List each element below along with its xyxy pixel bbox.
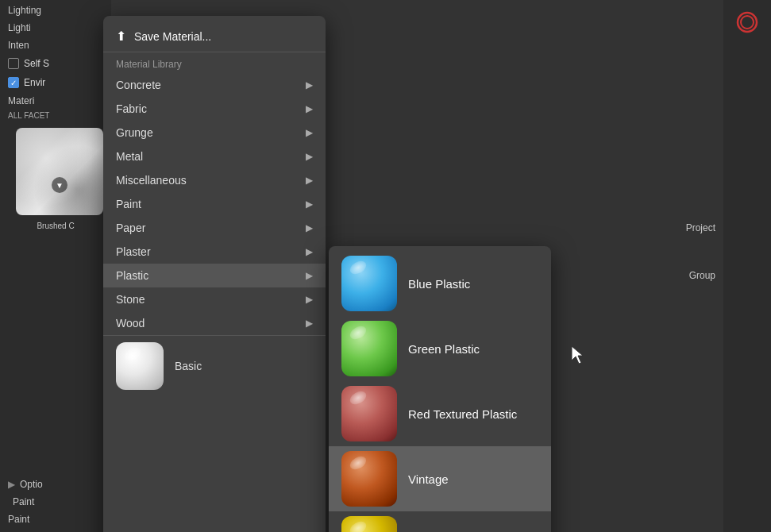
submenu-arrow-icon: ▶ (306, 79, 313, 91)
menu-item-metal[interactable]: Metal▶ (103, 145, 326, 168)
intensity-label: Inten (8, 40, 29, 51)
search-icon[interactable] (733, 8, 761, 37)
paint-row[interactable]: Paint (0, 493, 111, 511)
menu-item-fabric[interactable]: Fabric▶ (103, 97, 326, 121)
material-thumbnail[interactable]: ▼ (16, 128, 103, 215)
right-sidebar (723, 0, 771, 532)
menu-item-label: Wood (116, 317, 145, 330)
menu-item-paint[interactable]: Paint▶ (103, 192, 326, 216)
brushed-label: Brushed C (8, 222, 103, 230)
submenu-item-blue-plastic[interactable]: Blue Plastic (329, 251, 551, 316)
save-icon: ⬆ (116, 29, 126, 44)
menu-item-grunge[interactable]: Grunge▶ (103, 121, 326, 145)
options-label: Optio (20, 479, 43, 490)
menu-item-label: Plastic (116, 269, 148, 282)
environment-checkbox[interactable] (8, 77, 19, 88)
submenu-arrow-icon: ▶ (306, 103, 313, 114)
save-material-label: Save Material... (134, 30, 211, 43)
material-ball-orange (341, 451, 397, 507)
bottom-panel: ▶ Optio Paint Paint (0, 472, 111, 532)
context-menu-container: ⬆ Save Material... Material Library Conc… (103, 16, 551, 532)
menu-item-label: Stone (116, 293, 145, 306)
basic-item[interactable]: Basic (103, 335, 326, 396)
left-sidebar: Lighting Lighti Inten Self S Envir Mater… (0, 0, 111, 532)
submenu-arrow-icon: ▶ (306, 151, 313, 162)
menu-item-label: Paper (116, 222, 145, 234)
environment-row[interactable]: Envir (0, 73, 111, 92)
submenu-arrow-icon: ▶ (306, 294, 313, 305)
basic-ball (116, 342, 164, 390)
menu-item-label: Paint (116, 198, 141, 210)
menu-item-miscellaneous[interactable]: Miscellaneous▶ (103, 168, 326, 192)
menu-item-stone[interactable]: Stone▶ (103, 287, 326, 311)
submenu-arrow-icon: ▶ (306, 270, 313, 281)
menu-item-concrete[interactable]: Concrete▶ (103, 73, 326, 97)
options-row[interactable]: ▶ Optio (0, 476, 111, 493)
self-shadow-label: Self S (24, 58, 49, 69)
submenu-item-label: Green Plastic (408, 342, 480, 356)
submenu-arrow-icon: ▶ (306, 222, 313, 233)
submenu-item-red-textured-plastic[interactable]: Red Textured Plastic (329, 381, 551, 446)
main-menu: ⬆ Save Material... Material Library Conc… (103, 16, 326, 532)
submenu-arrow-icon: ▶ (306, 175, 313, 186)
material-ball-red (341, 386, 397, 441)
paint-label: Paint (13, 496, 34, 507)
sub-menu: Blue Plastic Green Plastic Red Textured … (329, 246, 551, 532)
material-ball-blue (341, 256, 397, 311)
submenu-item-label: Blue Plastic (408, 277, 470, 291)
menu-item-paper[interactable]: Paper▶ (103, 216, 326, 240)
lighting-sub-label: Lighti (8, 22, 31, 33)
submenu-arrow-icon: ▶ (306, 199, 313, 210)
all-facets-label: ALL FACET (0, 110, 111, 121)
menu-item-wood[interactable]: Wood▶ (103, 311, 326, 335)
submenu-arrow-icon: ▶ (306, 318, 313, 329)
self-shadow-row[interactable]: Self S (0, 54, 111, 73)
menu-item-label: Concrete (116, 79, 161, 91)
thumbnail-arrow-icon[interactable]: ▼ (52, 177, 67, 193)
basic-label: Basic (175, 360, 202, 372)
group-label: Group (689, 270, 715, 281)
lighting-label: Lighting (8, 5, 41, 16)
menu-item-label: Fabric (116, 102, 147, 115)
project-label: Project (686, 222, 715, 233)
menu-item-label: Miscellaneous (116, 174, 187, 187)
menu-item-label: Plaster (116, 245, 151, 258)
submenu-item-label: Vintage (408, 472, 449, 486)
submenu-item-green-plastic[interactable]: Green Plastic (329, 316, 551, 381)
submenu-arrow-icon: ▶ (306, 127, 313, 138)
submenu-arrow-icon: ▶ (306, 246, 313, 257)
submenu-item-vintage[interactable]: Vintage (329, 446, 551, 511)
menu-item-label: Metal (116, 150, 143, 163)
environment-label: Envir (24, 77, 45, 88)
material-library-header: Material Library (103, 52, 326, 73)
menu-item-plaster[interactable]: Plaster▶ (103, 240, 326, 264)
material-section-label: Materi (0, 92, 111, 110)
paint-sub-row: Paint (0, 511, 111, 528)
material-ball-green (341, 321, 397, 376)
self-shadow-checkbox[interactable] (8, 58, 19, 69)
menu-items-list: Concrete▶Fabric▶Grunge▶Metal▶Miscellaneo… (103, 73, 326, 335)
submenu-item-yellow-plastic[interactable]: Yellow Plastic (329, 511, 551, 532)
menu-item-label: Grunge (116, 126, 153, 139)
paint-sub-label: Paint (8, 514, 29, 525)
menu-item-plastic[interactable]: Plastic▶ (103, 264, 326, 287)
submenu-item-label: Red Textured Plastic (408, 407, 517, 421)
save-material-button[interactable]: ⬆ Save Material... (103, 21, 326, 52)
material-ball-yellow (341, 516, 397, 532)
svg-point-1 (741, 16, 754, 29)
